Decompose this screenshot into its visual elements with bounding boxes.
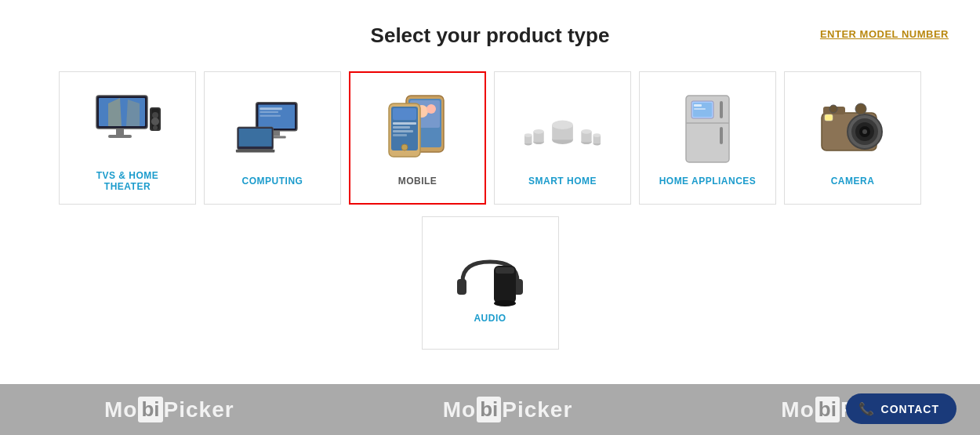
smart-home-label: SMART HOME xyxy=(528,176,597,187)
svg-rect-32 xyxy=(393,134,407,136)
phone-icon: 📞 xyxy=(858,401,875,416)
mobile-label: MOBILE xyxy=(398,176,437,187)
product-card-computing[interactable]: COMPUTING xyxy=(204,71,341,205)
svg-rect-16 xyxy=(238,129,271,147)
footer-bar: Mo bi Picker Mo bi Picker Mo bi Pic 📞 CO… xyxy=(0,384,980,435)
svg-point-33 xyxy=(401,144,408,150)
svg-rect-19 xyxy=(260,111,278,113)
product-card-camera[interactable]: CAMERA xyxy=(784,71,921,205)
product-card-audio[interactable]: AUDIO xyxy=(422,216,559,350)
footer-box-1: bi xyxy=(138,397,162,422)
svg-point-45 xyxy=(524,133,532,137)
footer-mobi-text-3: Mo xyxy=(781,397,814,422)
contact-button-label: CONTACT xyxy=(881,403,939,415)
svg-rect-20 xyxy=(260,115,281,117)
svg-rect-70 xyxy=(495,267,514,274)
footer-picker-text-1: Picker xyxy=(164,397,234,422)
audio-label: AUDIO xyxy=(474,313,506,324)
svg-point-65 xyxy=(829,105,837,113)
tvs-label: TVS & HOME THEATER xyxy=(96,170,159,192)
svg-point-9 xyxy=(151,118,159,125)
home-appliances-icon xyxy=(669,89,747,168)
svg-rect-55 xyxy=(694,104,702,107)
enter-model-number-link[interactable]: ENTER MODEL NUMBER xyxy=(820,28,949,40)
footer-mobi-text-2: Mo xyxy=(443,397,476,422)
svg-point-36 xyxy=(552,121,573,129)
audio-icon xyxy=(447,242,533,313)
footer-logo-1: Mo bi Picker xyxy=(104,397,234,422)
footer-box-3: bi xyxy=(815,397,840,422)
svg-point-48 xyxy=(593,133,601,137)
svg-rect-51 xyxy=(720,101,723,118)
svg-rect-17 xyxy=(235,150,274,153)
svg-rect-64 xyxy=(825,114,833,121)
computing-label: COMPUTING xyxy=(242,176,303,187)
product-card-smart-home[interactable]: SMART HOME xyxy=(494,71,631,205)
svg-point-39 xyxy=(533,129,543,134)
svg-rect-4 xyxy=(116,129,124,135)
tvs-icon xyxy=(89,84,167,162)
svg-rect-56 xyxy=(694,108,706,110)
svg-rect-31 xyxy=(393,130,413,132)
svg-rect-67 xyxy=(457,279,466,295)
svg-point-8 xyxy=(152,112,158,118)
home-appliances-label: HOME APPLIANCES xyxy=(659,176,757,187)
product-card-mobile[interactable]: MOBILE xyxy=(349,71,486,205)
computing-icon xyxy=(234,89,312,168)
svg-point-63 xyxy=(862,129,867,134)
svg-rect-30 xyxy=(393,126,410,129)
svg-rect-5 xyxy=(108,135,132,138)
page-header: Select your product type ENTER MODEL NUM… xyxy=(0,0,980,63)
mobile-icon xyxy=(379,89,457,168)
camera-label: CAMERA xyxy=(831,176,875,187)
footer-logo-2: Mo bi Picker xyxy=(443,397,573,422)
svg-rect-18 xyxy=(260,107,282,110)
page-title: Select your product type xyxy=(371,24,610,48)
footer-mobi-text-1: Mo xyxy=(104,397,137,422)
svg-rect-29 xyxy=(393,122,416,125)
product-grid-row1: TVS & HOME THEATER COMPUTIN xyxy=(0,63,980,212)
smart-home-icon xyxy=(524,89,602,168)
svg-point-25 xyxy=(426,104,436,114)
svg-point-42 xyxy=(581,129,591,134)
footer-picker-text-2: Picker xyxy=(502,397,572,422)
svg-point-10 xyxy=(153,125,158,130)
svg-marker-3 xyxy=(126,100,140,126)
contact-button[interactable]: 📞 CONTACT xyxy=(846,393,956,424)
svg-rect-28 xyxy=(393,108,416,120)
product-card-tvs[interactable]: TVS & HOME THEATER xyxy=(59,71,196,205)
svg-point-66 xyxy=(855,103,866,114)
product-grid-row2: AUDIO xyxy=(0,216,980,350)
svg-rect-52 xyxy=(720,127,723,144)
product-card-home-appliances[interactable]: HOME APPLIANCES xyxy=(639,71,776,205)
footer-box-2: bi xyxy=(477,397,501,422)
camera-icon xyxy=(814,89,892,168)
svg-point-71 xyxy=(494,300,516,306)
